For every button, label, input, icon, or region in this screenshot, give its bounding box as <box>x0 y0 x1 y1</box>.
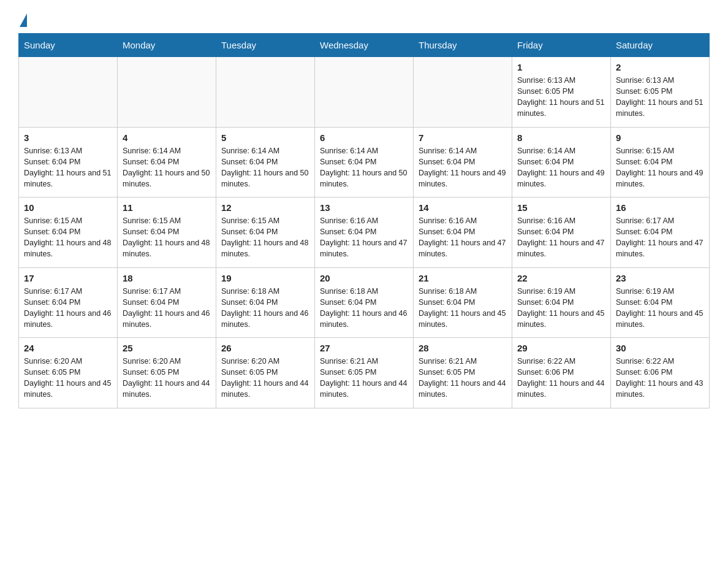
day-info: Sunrise: 6:22 AMSunset: 6:06 PMDaylight:… <box>616 356 704 400</box>
weekday-header-thursday: Thursday <box>414 34 512 57</box>
day-info: Sunrise: 6:13 AMSunset: 6:05 PMDaylight:… <box>616 75 704 120</box>
calendar-cell: 3Sunrise: 6:13 AMSunset: 6:04 PMDaylight… <box>19 127 118 197</box>
day-number: 24 <box>24 343 112 353</box>
day-info: Sunrise: 6:14 AMSunset: 6:04 PMDaylight:… <box>221 145 309 190</box>
day-info: Sunrise: 6:20 AMSunset: 6:05 PMDaylight:… <box>221 356 309 400</box>
calendar-cell: 15Sunrise: 6:16 AMSunset: 6:04 PMDayligh… <box>512 197 611 268</box>
day-info: Sunrise: 6:15 AMSunset: 6:04 PMDaylight:… <box>123 215 211 260</box>
logo <box>18 12 27 27</box>
calendar-cell: 9Sunrise: 6:15 AMSunset: 6:04 PMDaylight… <box>611 127 710 197</box>
day-number: 6 <box>320 132 408 143</box>
day-info: Sunrise: 6:22 AMSunset: 6:06 PMDaylight:… <box>517 356 605 400</box>
day-number: 11 <box>123 202 211 213</box>
calendar-cell: 5Sunrise: 6:14 AMSunset: 6:04 PMDaylight… <box>216 127 315 197</box>
day-info: Sunrise: 6:16 AMSunset: 6:04 PMDaylight:… <box>419 215 507 260</box>
day-info: Sunrise: 6:15 AMSunset: 6:04 PMDaylight:… <box>616 145 704 190</box>
page-header <box>18 12 710 27</box>
calendar-cell: 6Sunrise: 6:14 AMSunset: 6:04 PMDaylight… <box>315 127 414 197</box>
calendar-cell: 4Sunrise: 6:14 AMSunset: 6:04 PMDaylight… <box>118 127 216 197</box>
day-number: 7 <box>419 132 507 143</box>
day-info: Sunrise: 6:21 AMSunset: 6:05 PMDaylight:… <box>320 356 408 400</box>
day-info: Sunrise: 6:14 AMSunset: 6:04 PMDaylight:… <box>320 145 408 190</box>
calendar-cell: 26Sunrise: 6:20 AMSunset: 6:05 PMDayligh… <box>216 338 315 408</box>
day-number: 14 <box>419 202 507 213</box>
day-number: 8 <box>517 132 605 143</box>
day-info: Sunrise: 6:21 AMSunset: 6:05 PMDaylight:… <box>419 356 507 400</box>
calendar-cell: 12Sunrise: 6:15 AMSunset: 6:04 PMDayligh… <box>216 197 315 268</box>
day-number: 25 <box>123 343 211 353</box>
calendar-cell: 24Sunrise: 6:20 AMSunset: 6:05 PMDayligh… <box>19 338 118 408</box>
day-number: 28 <box>419 343 507 353</box>
calendar-cell: 16Sunrise: 6:17 AMSunset: 6:04 PMDayligh… <box>611 197 710 268</box>
weekday-header-sunday: Sunday <box>19 34 118 57</box>
calendar-cell: 18Sunrise: 6:17 AMSunset: 6:04 PMDayligh… <box>118 267 216 338</box>
calendar-week-row: 1Sunrise: 6:13 AMSunset: 6:05 PMDaylight… <box>19 57 710 128</box>
day-number: 23 <box>616 273 704 283</box>
day-number: 29 <box>517 343 605 353</box>
calendar-cell: 22Sunrise: 6:19 AMSunset: 6:04 PMDayligh… <box>512 267 611 338</box>
calendar-cell: 28Sunrise: 6:21 AMSunset: 6:05 PMDayligh… <box>414 338 512 408</box>
day-number: 3 <box>24 132 112 143</box>
calendar-week-row: 24Sunrise: 6:20 AMSunset: 6:05 PMDayligh… <box>19 338 710 408</box>
calendar-cell: 13Sunrise: 6:16 AMSunset: 6:04 PMDayligh… <box>315 197 414 268</box>
calendar-table: SundayMondayTuesdayWednesdayThursdayFrid… <box>18 33 710 408</box>
day-number: 18 <box>123 273 211 283</box>
calendar-cell: 21Sunrise: 6:18 AMSunset: 6:04 PMDayligh… <box>414 267 512 338</box>
day-number: 2 <box>616 62 704 72</box>
weekday-header-monday: Monday <box>118 34 216 57</box>
day-number: 27 <box>320 343 408 353</box>
day-info: Sunrise: 6:19 AMSunset: 6:04 PMDaylight:… <box>517 286 605 331</box>
calendar-cell: 11Sunrise: 6:15 AMSunset: 6:04 PMDayligh… <box>118 197 216 268</box>
day-number: 22 <box>517 273 605 283</box>
day-info: Sunrise: 6:13 AMSunset: 6:04 PMDaylight:… <box>24 145 112 190</box>
weekday-header-wednesday: Wednesday <box>315 34 414 57</box>
calendar-cell: 17Sunrise: 6:17 AMSunset: 6:04 PMDayligh… <box>19 267 118 338</box>
day-number: 4 <box>123 132 211 143</box>
calendar-cell: 1Sunrise: 6:13 AMSunset: 6:05 PMDaylight… <box>512 57 611 128</box>
day-info: Sunrise: 6:15 AMSunset: 6:04 PMDaylight:… <box>24 215 112 260</box>
day-info: Sunrise: 6:14 AMSunset: 6:04 PMDaylight:… <box>517 145 605 190</box>
day-info: Sunrise: 6:20 AMSunset: 6:05 PMDaylight:… <box>123 356 211 400</box>
calendar-week-row: 10Sunrise: 6:15 AMSunset: 6:04 PMDayligh… <box>19 197 710 268</box>
day-number: 20 <box>320 273 408 283</box>
calendar-week-row: 17Sunrise: 6:17 AMSunset: 6:04 PMDayligh… <box>19 267 710 338</box>
calendar-cell: 10Sunrise: 6:15 AMSunset: 6:04 PMDayligh… <box>19 197 118 268</box>
day-number: 12 <box>221 202 309 213</box>
day-info: Sunrise: 6:18 AMSunset: 6:04 PMDaylight:… <box>221 286 309 331</box>
day-info: Sunrise: 6:15 AMSunset: 6:04 PMDaylight:… <box>221 215 309 260</box>
day-info: Sunrise: 6:16 AMSunset: 6:04 PMDaylight:… <box>517 215 605 260</box>
calendar-cell <box>19 57 118 128</box>
calendar-cell: 19Sunrise: 6:18 AMSunset: 6:04 PMDayligh… <box>216 267 315 338</box>
calendar-week-row: 3Sunrise: 6:13 AMSunset: 6:04 PMDaylight… <box>19 127 710 197</box>
calendar-cell: 8Sunrise: 6:14 AMSunset: 6:04 PMDaylight… <box>512 127 611 197</box>
day-info: Sunrise: 6:13 AMSunset: 6:05 PMDaylight:… <box>517 75 605 120</box>
calendar-cell: 7Sunrise: 6:14 AMSunset: 6:04 PMDaylight… <box>414 127 512 197</box>
calendar-cell <box>118 57 216 128</box>
calendar-cell: 14Sunrise: 6:16 AMSunset: 6:04 PMDayligh… <box>414 197 512 268</box>
day-number: 17 <box>24 273 112 283</box>
day-number: 13 <box>320 202 408 213</box>
calendar-cell: 23Sunrise: 6:19 AMSunset: 6:04 PMDayligh… <box>611 267 710 338</box>
day-info: Sunrise: 6:17 AMSunset: 6:04 PMDaylight:… <box>616 215 704 260</box>
day-info: Sunrise: 6:17 AMSunset: 6:04 PMDaylight:… <box>123 286 211 331</box>
day-number: 30 <box>616 343 704 353</box>
day-number: 9 <box>616 132 704 143</box>
calendar-cell: 30Sunrise: 6:22 AMSunset: 6:06 PMDayligh… <box>611 338 710 408</box>
calendar-cell: 20Sunrise: 6:18 AMSunset: 6:04 PMDayligh… <box>315 267 414 338</box>
weekday-header-tuesday: Tuesday <box>216 34 315 57</box>
day-info: Sunrise: 6:17 AMSunset: 6:04 PMDaylight:… <box>24 286 112 331</box>
weekday-header-saturday: Saturday <box>611 34 710 57</box>
day-number: 16 <box>616 202 704 213</box>
day-number: 21 <box>419 273 507 283</box>
calendar-cell <box>315 57 414 128</box>
calendar-body: 1Sunrise: 6:13 AMSunset: 6:05 PMDaylight… <box>19 57 710 408</box>
day-info: Sunrise: 6:14 AMSunset: 6:04 PMDaylight:… <box>419 145 507 190</box>
day-info: Sunrise: 6:18 AMSunset: 6:04 PMDaylight:… <box>419 286 507 331</box>
weekday-header-friday: Friday <box>512 34 611 57</box>
day-info: Sunrise: 6:16 AMSunset: 6:04 PMDaylight:… <box>320 215 408 260</box>
calendar-cell <box>414 57 512 128</box>
calendar-cell: 25Sunrise: 6:20 AMSunset: 6:05 PMDayligh… <box>118 338 216 408</box>
day-number: 1 <box>517 62 605 72</box>
day-number: 15 <box>517 202 605 213</box>
day-number: 5 <box>221 132 309 143</box>
